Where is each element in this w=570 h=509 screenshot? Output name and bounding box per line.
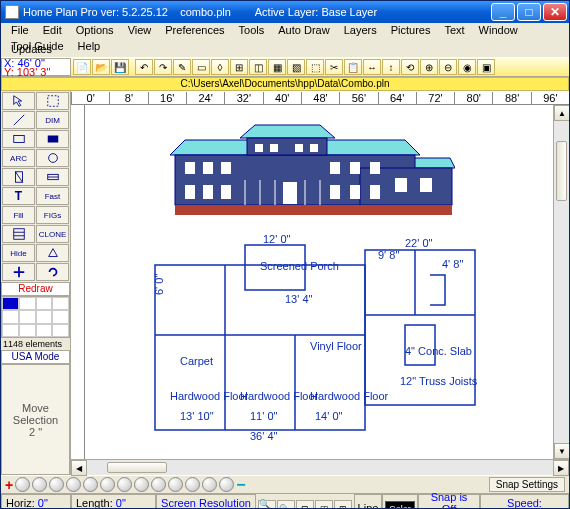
scrollbar-vertical[interactable]: ▲ ▼	[553, 105, 569, 459]
tool-fast[interactable]: Fast	[36, 187, 69, 205]
tb-undo[interactable]: ↶	[135, 59, 153, 75]
view-btn-6[interactable]	[100, 477, 115, 492]
tool-select[interactable]	[36, 92, 69, 110]
tool-figs[interactable]: FIGs	[36, 206, 69, 224]
view-btn-9[interactable]	[151, 477, 166, 492]
close-button[interactable]: ✕	[543, 3, 567, 21]
tb-btn12[interactable]: ▧	[287, 59, 305, 75]
view-btn-3[interactable]	[49, 477, 64, 492]
zoom-extents-button[interactable]: ⊞	[334, 500, 352, 510]
view-btn-1[interactable]	[15, 477, 30, 492]
tb-save[interactable]: 💾	[111, 59, 129, 75]
tb-btn9[interactable]: ⊞	[230, 59, 248, 75]
tb-btn6[interactable]: ✎	[173, 59, 191, 75]
pattern-palette[interactable]	[1, 296, 70, 338]
scroll-up-button[interactable]: ▲	[554, 105, 570, 121]
view-btn-12[interactable]	[202, 477, 217, 492]
menu-updates[interactable]: Updates	[5, 42, 58, 56]
tool-text[interactable]: T	[2, 187, 35, 205]
zoom-fit-button[interactable]: ⊡	[296, 500, 314, 510]
tool-circle[interactable]	[36, 149, 69, 167]
menu-window[interactable]: Window	[473, 23, 524, 37]
view-btn-5[interactable]	[83, 477, 98, 492]
tb-btn10[interactable]: ◫	[249, 59, 267, 75]
menu-autodraw[interactable]: Auto Draw	[272, 23, 335, 37]
tb-btn15[interactable]: 📋	[344, 59, 362, 75]
tool-door[interactable]	[2, 168, 35, 186]
zoom-out-icon[interactable]: −	[236, 480, 245, 490]
tool-pointer[interactable]	[2, 92, 35, 110]
tb-new[interactable]: 📄	[73, 59, 91, 75]
tool-fill[interactable]: Fill	[2, 206, 35, 224]
svg-text:13' 4": 13' 4"	[285, 293, 313, 305]
minimize-button[interactable]: _	[491, 3, 515, 21]
scroll-down-button[interactable]: ▼	[554, 443, 570, 459]
view-btn-10[interactable]	[168, 477, 183, 492]
tool-clone[interactable]: CLONE	[36, 225, 69, 243]
tb-btn21[interactable]: ◉	[458, 59, 476, 75]
zoom-in-button[interactable]: 🔍+	[258, 500, 276, 510]
scroll-thumb-h[interactable]	[107, 462, 167, 473]
view-btn-11[interactable]	[185, 477, 200, 492]
menu-pictures[interactable]: Pictures	[385, 23, 437, 37]
view-btn-8[interactable]	[134, 477, 149, 492]
maximize-button[interactable]: □	[517, 3, 541, 21]
tool-dim[interactable]: DIM	[36, 111, 69, 129]
tb-btn8[interactable]: ◊	[211, 59, 229, 75]
menu-view[interactable]: View	[122, 23, 158, 37]
zoom-window-button[interactable]: ◫	[315, 500, 333, 510]
view-btn-2[interactable]	[32, 477, 47, 492]
tb-redo[interactable]: ↷	[154, 59, 172, 75]
status-snap[interactable]: Snap is Off 64"	[418, 494, 480, 509]
tool-arc[interactable]: ARC	[2, 149, 35, 167]
usa-mode-button[interactable]: USA Mode	[1, 350, 70, 364]
tool-line[interactable]	[2, 111, 35, 129]
ruler-horizontal[interactable]: 0'8'16'24'32'40'48'56'64'72'80'88'96'	[71, 91, 569, 105]
menu-edit[interactable]: Edit	[37, 23, 68, 37]
menu-tools[interactable]: Tools	[233, 23, 271, 37]
view-btn-7[interactable]	[117, 477, 132, 492]
view-btn-13[interactable]	[219, 477, 234, 492]
scroll-left-button[interactable]: ◀	[71, 460, 87, 476]
redraw-button[interactable]: Redraw	[1, 282, 70, 296]
menu-file[interactable]: File	[5, 23, 35, 37]
menu-layers[interactable]: Layers	[338, 23, 383, 37]
tb-btn16[interactable]: ↔	[363, 59, 381, 75]
menu-options[interactable]: Options	[70, 23, 120, 37]
tool-hide[interactable]: Hide	[2, 244, 35, 262]
tb-btn11[interactable]: ▦	[268, 59, 286, 75]
tb-btn19[interactable]: ⊕	[420, 59, 438, 75]
drawing-canvas[interactable]: Screened Porch Vinyl Floor Carpet 4" Con…	[85, 105, 553, 459]
tb-btn22[interactable]: ▣	[477, 59, 495, 75]
tool-move[interactable]	[2, 263, 35, 281]
tool-rect[interactable]	[2, 130, 35, 148]
ruler-vertical[interactable]	[71, 105, 85, 459]
scroll-right-button[interactable]: ▶	[553, 460, 569, 476]
tb-btn18[interactable]: ⟲	[401, 59, 419, 75]
menu-help[interactable]: Help	[72, 39, 107, 53]
tb-open[interactable]: 📂	[92, 59, 110, 75]
zoom-out-button[interactable]: 🔍-	[277, 500, 295, 510]
color-button[interactable]: Color	[382, 494, 418, 509]
tool-hatch[interactable]	[2, 225, 35, 243]
line-style-button[interactable]: Line	[354, 494, 382, 509]
menu-text[interactable]: Text	[438, 23, 470, 37]
scroll-thumb-v[interactable]	[556, 141, 567, 201]
tb-btn7[interactable]: ▭	[192, 59, 210, 75]
tb-btn14[interactable]: ✂	[325, 59, 343, 75]
move-selection-box[interactable]: Move Selection 2 "	[1, 364, 70, 475]
status-speed[interactable]: Speed: 24"	[480, 494, 569, 509]
menu-preferences[interactable]: Preferences	[159, 23, 230, 37]
scrollbar-horizontal[interactable]: ◀ ▶	[71, 459, 569, 475]
tool-rectfill[interactable]	[36, 130, 69, 148]
tool-window[interactable]	[36, 168, 69, 186]
tb-btn20[interactable]: ⊖	[439, 59, 457, 75]
zoom-in-icon[interactable]: +	[5, 477, 13, 493]
tb-btn17[interactable]: ↕	[382, 59, 400, 75]
tool-poly[interactable]	[36, 244, 69, 262]
tb-btn13[interactable]: ⬚	[306, 59, 324, 75]
svg-rect-37	[395, 178, 407, 192]
tool-rotate[interactable]	[36, 263, 69, 281]
view-btn-4[interactable]	[66, 477, 81, 492]
snap-settings-button[interactable]: Snap Settings	[489, 477, 565, 492]
